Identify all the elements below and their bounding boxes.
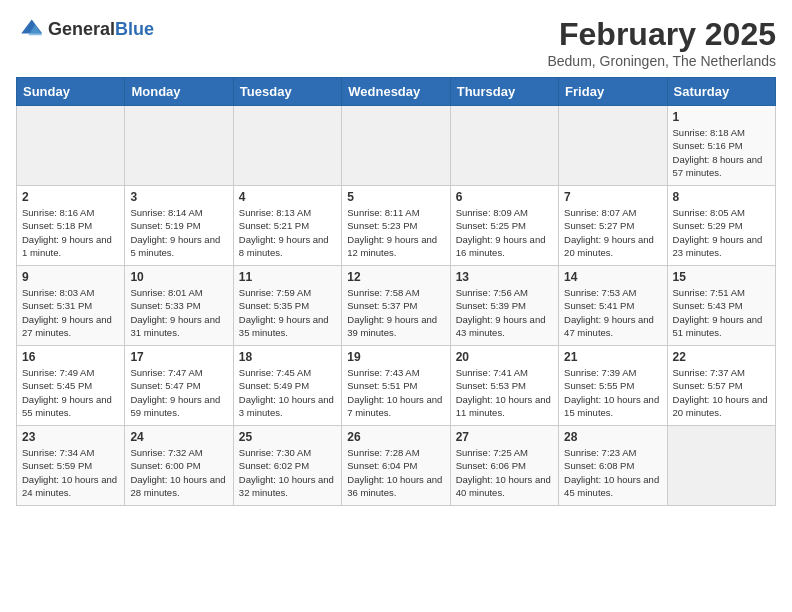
- weekday-header-monday: Monday: [125, 78, 233, 106]
- calendar-cell: 19Sunrise: 7:43 AM Sunset: 5:51 PM Dayli…: [342, 346, 450, 426]
- day-info: Sunrise: 7:53 AM Sunset: 5:41 PM Dayligh…: [564, 286, 661, 339]
- day-info: Sunrise: 7:25 AM Sunset: 6:06 PM Dayligh…: [456, 446, 553, 499]
- weekday-header-row: SundayMondayTuesdayWednesdayThursdayFrid…: [17, 78, 776, 106]
- week-row-3: 9Sunrise: 8:03 AM Sunset: 5:31 PM Daylig…: [17, 266, 776, 346]
- day-info: Sunrise: 7:34 AM Sunset: 5:59 PM Dayligh…: [22, 446, 119, 499]
- day-info: Sunrise: 8:09 AM Sunset: 5:25 PM Dayligh…: [456, 206, 553, 259]
- calendar-cell: 17Sunrise: 7:47 AM Sunset: 5:47 PM Dayli…: [125, 346, 233, 426]
- day-number: 17: [130, 350, 227, 364]
- day-number: 28: [564, 430, 661, 444]
- day-number: 7: [564, 190, 661, 204]
- calendar-cell: 3Sunrise: 8:14 AM Sunset: 5:19 PM Daylig…: [125, 186, 233, 266]
- day-info: Sunrise: 7:51 AM Sunset: 5:43 PM Dayligh…: [673, 286, 770, 339]
- weekday-header-sunday: Sunday: [17, 78, 125, 106]
- calendar-cell: [233, 106, 341, 186]
- day-number: 27: [456, 430, 553, 444]
- day-info: Sunrise: 8:05 AM Sunset: 5:29 PM Dayligh…: [673, 206, 770, 259]
- calendar-cell: 18Sunrise: 7:45 AM Sunset: 5:49 PM Dayli…: [233, 346, 341, 426]
- day-number: 6: [456, 190, 553, 204]
- calendar-cell: 25Sunrise: 7:30 AM Sunset: 6:02 PM Dayli…: [233, 426, 341, 506]
- title-block: February 2025 Bedum, Groningen, The Neth…: [547, 16, 776, 69]
- calendar-cell: 20Sunrise: 7:41 AM Sunset: 5:53 PM Dayli…: [450, 346, 558, 426]
- day-info: Sunrise: 7:39 AM Sunset: 5:55 PM Dayligh…: [564, 366, 661, 419]
- day-number: 14: [564, 270, 661, 284]
- day-info: Sunrise: 7:30 AM Sunset: 6:02 PM Dayligh…: [239, 446, 336, 499]
- day-info: Sunrise: 7:43 AM Sunset: 5:51 PM Dayligh…: [347, 366, 444, 419]
- day-number: 12: [347, 270, 444, 284]
- week-row-1: 1Sunrise: 8:18 AM Sunset: 5:16 PM Daylig…: [17, 106, 776, 186]
- day-number: 20: [456, 350, 553, 364]
- calendar-cell: [125, 106, 233, 186]
- day-number: 10: [130, 270, 227, 284]
- week-row-5: 23Sunrise: 7:34 AM Sunset: 5:59 PM Dayli…: [17, 426, 776, 506]
- day-number: 24: [130, 430, 227, 444]
- day-number: 13: [456, 270, 553, 284]
- calendar-cell: [450, 106, 558, 186]
- calendar-cell: 2Sunrise: 8:16 AM Sunset: 5:18 PM Daylig…: [17, 186, 125, 266]
- day-info: Sunrise: 7:59 AM Sunset: 5:35 PM Dayligh…: [239, 286, 336, 339]
- day-info: Sunrise: 7:23 AM Sunset: 6:08 PM Dayligh…: [564, 446, 661, 499]
- day-number: 3: [130, 190, 227, 204]
- calendar-cell: 10Sunrise: 8:01 AM Sunset: 5:33 PM Dayli…: [125, 266, 233, 346]
- day-number: 5: [347, 190, 444, 204]
- calendar-cell: 7Sunrise: 8:07 AM Sunset: 5:27 PM Daylig…: [559, 186, 667, 266]
- calendar-cell: 16Sunrise: 7:49 AM Sunset: 5:45 PM Dayli…: [17, 346, 125, 426]
- day-info: Sunrise: 7:32 AM Sunset: 6:00 PM Dayligh…: [130, 446, 227, 499]
- week-row-4: 16Sunrise: 7:49 AM Sunset: 5:45 PM Dayli…: [17, 346, 776, 426]
- logo: GeneralBlue: [16, 16, 154, 44]
- calendar-cell: 21Sunrise: 7:39 AM Sunset: 5:55 PM Dayli…: [559, 346, 667, 426]
- day-number: 16: [22, 350, 119, 364]
- calendar-cell: 1Sunrise: 8:18 AM Sunset: 5:16 PM Daylig…: [667, 106, 775, 186]
- day-info: Sunrise: 7:58 AM Sunset: 5:37 PM Dayligh…: [347, 286, 444, 339]
- day-number: 2: [22, 190, 119, 204]
- calendar-cell: 12Sunrise: 7:58 AM Sunset: 5:37 PM Dayli…: [342, 266, 450, 346]
- week-row-2: 2Sunrise: 8:16 AM Sunset: 5:18 PM Daylig…: [17, 186, 776, 266]
- calendar-cell: 14Sunrise: 7:53 AM Sunset: 5:41 PM Dayli…: [559, 266, 667, 346]
- calendar-cell: 24Sunrise: 7:32 AM Sunset: 6:00 PM Dayli…: [125, 426, 233, 506]
- day-number: 22: [673, 350, 770, 364]
- calendar-cell: 26Sunrise: 7:28 AM Sunset: 6:04 PM Dayli…: [342, 426, 450, 506]
- month-title: February 2025: [547, 16, 776, 53]
- logo-general: General: [48, 19, 115, 39]
- day-info: Sunrise: 7:45 AM Sunset: 5:49 PM Dayligh…: [239, 366, 336, 419]
- weekday-header-saturday: Saturday: [667, 78, 775, 106]
- day-number: 23: [22, 430, 119, 444]
- day-info: Sunrise: 8:11 AM Sunset: 5:23 PM Dayligh…: [347, 206, 444, 259]
- logo-icon: [16, 16, 44, 44]
- calendar-cell: 9Sunrise: 8:03 AM Sunset: 5:31 PM Daylig…: [17, 266, 125, 346]
- page-header: GeneralBlue February 2025 Bedum, Groning…: [16, 16, 776, 69]
- day-info: Sunrise: 7:37 AM Sunset: 5:57 PM Dayligh…: [673, 366, 770, 419]
- calendar-cell: [17, 106, 125, 186]
- day-number: 4: [239, 190, 336, 204]
- day-number: 18: [239, 350, 336, 364]
- day-number: 15: [673, 270, 770, 284]
- day-number: 19: [347, 350, 444, 364]
- calendar-cell: 6Sunrise: 8:09 AM Sunset: 5:25 PM Daylig…: [450, 186, 558, 266]
- day-number: 11: [239, 270, 336, 284]
- weekday-header-wednesday: Wednesday: [342, 78, 450, 106]
- calendar-cell: [559, 106, 667, 186]
- day-info: Sunrise: 8:07 AM Sunset: 5:27 PM Dayligh…: [564, 206, 661, 259]
- calendar-cell: 4Sunrise: 8:13 AM Sunset: 5:21 PM Daylig…: [233, 186, 341, 266]
- weekday-header-thursday: Thursday: [450, 78, 558, 106]
- day-info: Sunrise: 7:49 AM Sunset: 5:45 PM Dayligh…: [22, 366, 119, 419]
- day-info: Sunrise: 8:14 AM Sunset: 5:19 PM Dayligh…: [130, 206, 227, 259]
- calendar-cell: 13Sunrise: 7:56 AM Sunset: 5:39 PM Dayli…: [450, 266, 558, 346]
- day-info: Sunrise: 7:47 AM Sunset: 5:47 PM Dayligh…: [130, 366, 227, 419]
- day-info: Sunrise: 8:01 AM Sunset: 5:33 PM Dayligh…: [130, 286, 227, 339]
- calendar-cell: 5Sunrise: 8:11 AM Sunset: 5:23 PM Daylig…: [342, 186, 450, 266]
- day-number: 8: [673, 190, 770, 204]
- calendar-cell: 27Sunrise: 7:25 AM Sunset: 6:06 PM Dayli…: [450, 426, 558, 506]
- location-subtitle: Bedum, Groningen, The Netherlands: [547, 53, 776, 69]
- calendar-cell: [667, 426, 775, 506]
- day-info: Sunrise: 8:18 AM Sunset: 5:16 PM Dayligh…: [673, 126, 770, 179]
- calendar-cell: 28Sunrise: 7:23 AM Sunset: 6:08 PM Dayli…: [559, 426, 667, 506]
- calendar-cell: 23Sunrise: 7:34 AM Sunset: 5:59 PM Dayli…: [17, 426, 125, 506]
- day-info: Sunrise: 7:56 AM Sunset: 5:39 PM Dayligh…: [456, 286, 553, 339]
- logo-blue: Blue: [115, 19, 154, 39]
- calendar-cell: [342, 106, 450, 186]
- weekday-header-tuesday: Tuesday: [233, 78, 341, 106]
- calendar-cell: 11Sunrise: 7:59 AM Sunset: 5:35 PM Dayli…: [233, 266, 341, 346]
- day-number: 21: [564, 350, 661, 364]
- day-number: 25: [239, 430, 336, 444]
